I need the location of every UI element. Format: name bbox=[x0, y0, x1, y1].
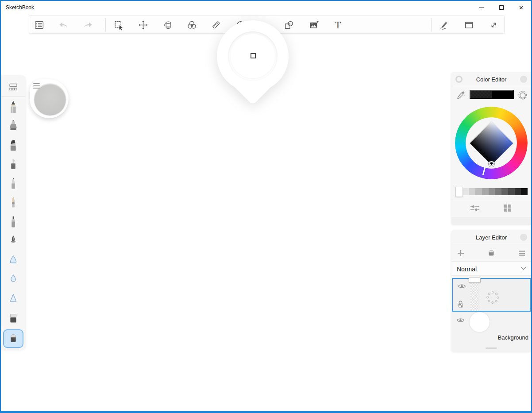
tool-chisel-marker[interactable] bbox=[1, 156, 25, 175]
eyedropper-button[interactable] bbox=[456, 91, 466, 100]
undo-button[interactable] bbox=[54, 16, 72, 34]
layer-opacity-slider[interactable] bbox=[470, 279, 479, 311]
blend-mode-dropdown[interactable]: Normal bbox=[451, 262, 531, 276]
panel-divider bbox=[451, 200, 531, 200]
drag-grip-icon bbox=[486, 347, 497, 349]
grayscale-swatch[interactable] bbox=[508, 188, 515, 195]
ballpoint-pen-icon bbox=[7, 177, 20, 192]
tool-pencil[interactable] bbox=[1, 98, 25, 117]
sidebar-divider bbox=[1, 96, 25, 96]
tool-airbrush[interactable] bbox=[1, 117, 25, 137]
grayscale-swatch[interactable] bbox=[489, 188, 495, 195]
grayscale-swatch[interactable] bbox=[469, 188, 475, 195]
fill-tool-button[interactable] bbox=[158, 16, 176, 34]
tool-smudge-blend[interactable] bbox=[1, 252, 25, 271]
background-layer-row[interactable]: Background bbox=[451, 312, 531, 344]
opacity-slider-handle[interactable] bbox=[469, 278, 481, 283]
redo-icon bbox=[82, 19, 93, 31]
layer-editor-panel: Layer Editor Normal Back bbox=[451, 230, 531, 352]
layer-toolbar bbox=[451, 245, 531, 262]
blend-mode-value: Normal bbox=[457, 266, 477, 273]
grayscale-swatch[interactable] bbox=[501, 188, 508, 195]
add-layer-button[interactable] bbox=[453, 247, 468, 259]
grayscale-swatch[interactable] bbox=[456, 187, 463, 197]
tool-ink-pen[interactable] bbox=[1, 233, 25, 252]
custom-color-button[interactable] bbox=[518, 90, 528, 100]
tool-sharp-blend[interactable] bbox=[1, 290, 25, 310]
grayscale-swatch[interactable] bbox=[515, 188, 521, 195]
chevron-down-icon bbox=[520, 266, 527, 270]
sv-selector-dot[interactable] bbox=[489, 161, 494, 167]
puck-menu-handle-icon[interactable] bbox=[33, 83, 40, 90]
text-tool-icon: T bbox=[332, 19, 343, 31]
brush-size-square-icon bbox=[251, 53, 256, 58]
selection-tool-button[interactable] bbox=[110, 16, 127, 34]
brush-library-button[interactable] bbox=[1, 79, 25, 96]
redo-button[interactable] bbox=[79, 16, 96, 34]
grayscale-swatch[interactable] bbox=[482, 188, 489, 195]
swatch-grid-icon bbox=[503, 204, 512, 212]
add-layer-plus-icon bbox=[456, 249, 465, 258]
layer-row-1-selected[interactable] bbox=[452, 278, 531, 312]
eye-icon bbox=[458, 283, 466, 289]
panel-dot-icon[interactable] bbox=[520, 76, 527, 83]
grayscale-swatch[interactable] bbox=[475, 188, 482, 195]
ruler-tool-button[interactable] bbox=[207, 16, 225, 34]
toolbar-divider bbox=[431, 18, 432, 31]
color-editor-header: Color Editor bbox=[451, 72, 531, 86]
airbrush-icon bbox=[7, 119, 20, 134]
close-button[interactable]: ✕ bbox=[511, 1, 531, 14]
panel-dot-icon[interactable] bbox=[520, 234, 527, 241]
tool-hard-eraser[interactable] bbox=[1, 310, 25, 329]
color-swatches-button[interactable] bbox=[501, 203, 514, 214]
minimize-button[interactable] bbox=[471, 1, 491, 14]
layer-eraser-button[interactable] bbox=[484, 247, 499, 259]
current-color-swatch[interactable] bbox=[470, 90, 514, 99]
layer-editor-title: Layer Editor bbox=[451, 234, 531, 241]
layer-editor-resize-handle[interactable] bbox=[451, 344, 531, 352]
tool-soft-eraser[interactable] bbox=[1, 329, 25, 348]
layer-menu-icon bbox=[517, 249, 526, 258]
pencil-icon bbox=[7, 100, 20, 115]
fullscreen-button[interactable] bbox=[485, 16, 502, 34]
maximize-button[interactable] bbox=[491, 1, 511, 14]
color-sliders-button[interactable] bbox=[468, 203, 482, 214]
transform-tool-button[interactable] bbox=[134, 16, 152, 34]
tool-water-blend[interactable] bbox=[1, 271, 25, 291]
canvas-window-button[interactable] bbox=[460, 16, 478, 34]
marker-icon bbox=[7, 139, 20, 154]
selected-tool-highlight bbox=[3, 329, 23, 348]
text-tool-button[interactable]: T bbox=[329, 16, 347, 34]
menu-list-icon bbox=[34, 19, 45, 31]
shapes-icon bbox=[283, 19, 294, 31]
color-adjust-button[interactable] bbox=[183, 16, 200, 34]
shapes-tool-button[interactable] bbox=[280, 16, 297, 34]
sharp-blend-icon bbox=[7, 293, 20, 308]
current-color-transparent-half bbox=[470, 91, 492, 98]
paintbrush-icon bbox=[7, 196, 20, 211]
technical-pen-icon bbox=[7, 216, 20, 231]
menu-button[interactable] bbox=[30, 16, 48, 34]
layer-menu-button[interactable] bbox=[514, 247, 529, 259]
grayscale-swatch[interactable] bbox=[521, 188, 528, 195]
ink-pen-icon bbox=[7, 235, 20, 250]
brush-puck[interactable] bbox=[30, 79, 69, 118]
tool-ballpoint-pen[interactable] bbox=[1, 175, 25, 194]
tool-paintbrush[interactable] bbox=[1, 194, 25, 214]
ruler-icon bbox=[211, 19, 222, 31]
layer-visibility-button[interactable] bbox=[456, 317, 465, 324]
transparency-lock-button[interactable] bbox=[457, 300, 465, 309]
undo-icon bbox=[58, 19, 69, 31]
import-image-button[interactable] bbox=[305, 16, 322, 34]
background-layer-label: Background bbox=[498, 334, 528, 341]
soft-eraser-icon bbox=[7, 331, 20, 346]
selection-icon bbox=[113, 19, 124, 31]
grayscale-swatch[interactable] bbox=[463, 188, 469, 195]
layer-visibility-button[interactable] bbox=[457, 283, 466, 289]
title-bar: SketchBook ✕ bbox=[1, 1, 531, 14]
pen-mode-button[interactable] bbox=[435, 16, 453, 34]
tool-technical-pen[interactable] bbox=[1, 213, 25, 233]
eyedropper-icon bbox=[456, 91, 466, 100]
tool-marker[interactable] bbox=[1, 136, 25, 156]
grayscale-swatch[interactable] bbox=[495, 188, 501, 195]
